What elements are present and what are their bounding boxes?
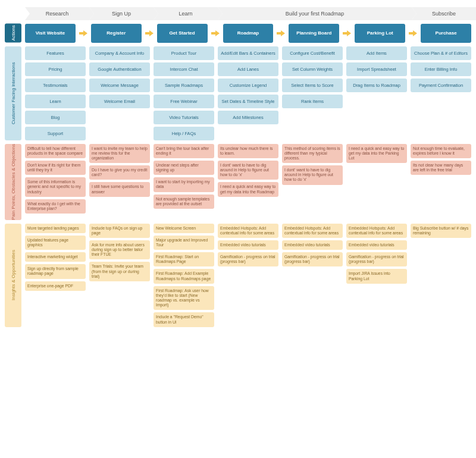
customer-interaction: Welcome Message: [89, 79, 150, 92]
customer-interaction: Google Authentication: [89, 62, 150, 76]
lane-label-actions: Actions: [5, 24, 21, 43]
customer-interaction: Add/Edit Bars & Containers: [218, 46, 278, 60]
insight-track: More targeted landing pagesUpdated featu…: [25, 224, 471, 327]
lane-label-customer: Customer Facing Interactions: [5, 46, 21, 140]
insight-item: Enterprise one-page PDF: [25, 281, 86, 291]
phase-chevron: Sign Up: [89, 7, 154, 20]
phase-chevron: Learn: [154, 7, 218, 20]
insight-item: First Roadmap: Ask user how they'd like …: [154, 286, 214, 310]
customer-track: FeaturesPricingTestimonialsLearnBlogSupp…: [25, 46, 471, 140]
insight-item: Gamification - progress on trial (progre…: [218, 252, 278, 266]
customer-interaction: Import Spreadsheet: [346, 62, 407, 76]
arrow-icon: [145, 30, 154, 37]
pain-point: Can't bring the tour back after ending i…: [154, 144, 214, 158]
insight-item: Updated features page graphics: [25, 236, 86, 250]
pain-point: Not enough sample templates are provided…: [154, 195, 214, 209]
action-step: Planning Board: [289, 24, 339, 43]
customer-interaction: Add Milestones: [218, 111, 278, 124]
customer-interaction: Features: [25, 46, 86, 60]
insight-item: First Roadmap: Start on Roadmaps Page: [154, 252, 214, 266]
customer-interaction: Intercom Chat: [154, 62, 214, 76]
action-step: Get Started: [157, 24, 208, 43]
customer-interaction: Enter Billing Info: [411, 62, 471, 76]
insight-item: Major upgrade and Improved Tour: [154, 236, 214, 250]
customer-interaction: Select Items to Score: [282, 79, 343, 92]
insight-item: Sign up directly from sample roadmap pag…: [25, 264, 86, 278]
action-step: Visit Website: [25, 24, 76, 43]
pain-point: Not enough time to evaluate, expires bef…: [411, 144, 471, 158]
action-step: Parking Lot: [355, 24, 405, 43]
pain-point: Its not clear how many days are left in …: [411, 161, 471, 175]
customer-interaction: Blog: [25, 111, 86, 124]
insight-item: Embedded Hotspots: Add contextual info f…: [282, 224, 343, 238]
insight-item: Interactive marketing widget: [25, 252, 86, 262]
pain-point: This method of scoring items is differen…: [282, 144, 343, 163]
pain-point: Its unclear how much there is to learn.: [218, 144, 278, 158]
customer-interaction: Learn: [25, 95, 86, 108]
insight-item: First Roadmap: Add Example Roadmaps to R…: [154, 269, 214, 283]
customer-interaction: Sample Roadmaps: [154, 79, 214, 92]
insight-item: More targeted landing pages: [25, 224, 86, 233]
insight-item: Gamification - progress on trial (progre…: [346, 252, 407, 266]
customer-interaction: Support: [25, 127, 86, 140]
customer-interaction: Drag Items to Roadmap: [346, 79, 407, 92]
arrow-icon: [211, 30, 220, 37]
customer-interaction: Welcome Email: [89, 95, 150, 108]
insight-item: Team Trials: Invite your team (from the …: [89, 262, 150, 281]
pain-point: Difficult to tell how different products…: [25, 144, 86, 158]
customer-interaction: Video Tutorials: [154, 111, 214, 124]
customer-interaction: Choose Plan & # of Editors: [411, 46, 471, 60]
customer-interaction: Set Column Weights: [282, 62, 343, 76]
pain-point: Unclear next steps after signing up: [154, 161, 214, 175]
customer-interaction: Company & Account Info: [89, 46, 150, 60]
pain-point: I need a quick and easy way to get my da…: [218, 182, 278, 196]
insight-item: Include top FAQs on sign up page: [89, 224, 150, 238]
customer-interaction: Payment Confirmation: [411, 79, 471, 92]
actions-track: Visit WebsiteRegisterGet StartedRoadmapP…: [25, 24, 471, 43]
lane-actions: Actions Visit WebsiteRegisterGet Started…: [5, 24, 471, 43]
customer-interaction: Pricing: [25, 62, 86, 76]
insight-item: Embedded Hotspots: Add contextual info f…: [346, 224, 407, 238]
insight-item: Embedded Hotspots: Add contextual info f…: [218, 224, 278, 238]
customer-interaction: Free Webinar: [154, 95, 214, 108]
pain-point: I still have some questions to answer: [89, 182, 150, 196]
pain-point: I want to start by importing my data: [154, 177, 214, 192]
insight-item: Include a "Request Demo" button in UI: [154, 312, 214, 327]
arrow-icon: [409, 30, 417, 37]
customer-interaction: Help / FAQs: [154, 127, 214, 140]
action-step: Purchase: [421, 24, 471, 43]
phase-chevron: Build your first Roadmap: [218, 7, 412, 20]
insight-item: New Welcome Screen: [154, 224, 214, 233]
lane-pain: Pain Points, Obstacles & Objections Diff…: [5, 144, 471, 220]
arrow-icon: [277, 30, 285, 37]
pain-point: I dont' want to have to dig around in He…: [218, 161, 278, 180]
customer-interaction: Configure Cost/Benefit: [282, 46, 343, 60]
pain-point: I need a quick and easy way to get my da…: [346, 144, 407, 163]
phase-chevron: Subscribe: [412, 7, 476, 20]
insight-item: Import JIRA Issues into Parking Lot: [346, 269, 407, 283]
customer-interaction: Testimonials: [25, 79, 86, 92]
insight-item: Ask for more info about users during sig…: [89, 240, 150, 259]
customer-interaction: Add Items: [346, 46, 407, 60]
customer-interaction: Set Dates & Timeline Style: [218, 95, 278, 108]
pain-point: Don't know if its right for them until t…: [25, 161, 86, 175]
phase-chevron: Research: [25, 7, 89, 20]
insight-item: Embedded video tutorials: [218, 240, 278, 250]
pain-point: What exactly do I get with the Enterpris…: [25, 199, 86, 214]
insight-item: Big Subscribe button w/ # days remaining: [411, 224, 471, 238]
lane-label-pain: Pain Points, Obstacles & Objections: [5, 144, 21, 220]
arrow-icon: [343, 30, 351, 37]
lane-label-insight: Insights & Opportunities: [5, 224, 21, 327]
lane-insight: Insights & Opportunities More targeted l…: [5, 224, 471, 327]
insight-item: Gamification - progress on trial (progre…: [282, 252, 343, 266]
pain-point: Some of this information is generic and …: [25, 177, 86, 196]
pain-point: Do I have to give you my credit card?: [89, 165, 150, 180]
customer-interaction: Customize Legend: [218, 79, 278, 92]
customer-interaction: Add Lanes: [218, 62, 278, 76]
customer-interaction: Product Tour: [154, 46, 214, 60]
pain-point: I dont' want to have to dig around in He…: [282, 165, 343, 184]
pain-track: Difficult to tell how different products…: [25, 144, 471, 220]
insight-item: Embedded video tutorials: [282, 240, 343, 250]
phase-header: ResearchSign UpLearnBuild your first Roa…: [25, 7, 471, 20]
insight-item: Embedded video tutorials: [346, 240, 407, 250]
